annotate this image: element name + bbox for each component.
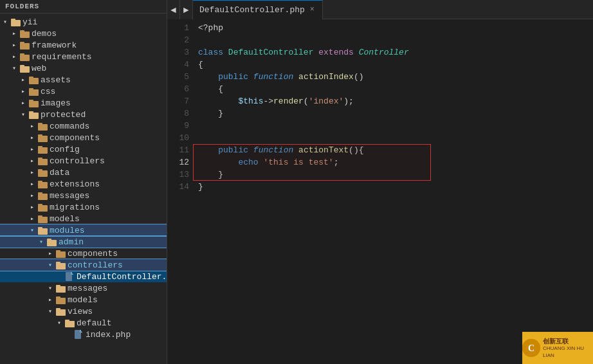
sidebar-item-controllers[interactable]: controllers xyxy=(0,155,167,167)
code-line-14: } xyxy=(198,181,593,193)
token-5 xyxy=(248,72,253,82)
sidebar-item-extensions[interactable]: extensions xyxy=(0,178,167,190)
folder-icon-demos xyxy=(19,29,30,38)
token-5: actionIndex xyxy=(298,72,354,82)
folder-icon-default xyxy=(64,318,75,327)
sidebar-item-index.php[interactable]: index.php xyxy=(0,329,167,340)
sidebar-item-data[interactable]: data xyxy=(0,167,167,178)
tree-arrow-models xyxy=(27,214,37,224)
svg-rect-25 xyxy=(38,158,42,159)
token-7: ( xyxy=(304,96,309,106)
tree-arrow-components xyxy=(27,132,37,143)
token-3: DefaultController xyxy=(228,48,314,57)
svg-rect-30 xyxy=(38,194,48,200)
tab-close-button[interactable]: × xyxy=(309,5,316,15)
svg-rect-24 xyxy=(38,159,48,165)
tree-arrow-assets xyxy=(18,75,28,85)
token-11: (){ xyxy=(349,145,363,155)
svg-rect-2 xyxy=(20,32,30,38)
sidebar-item-admin-components[interactable]: components xyxy=(0,248,167,259)
sidebar-item-DefaultController.php[interactable]: DefaultController.php xyxy=(0,271,167,282)
token-8: } xyxy=(198,109,223,118)
token-11: function xyxy=(253,145,293,155)
svg-rect-35 xyxy=(38,215,42,217)
sidebar-item-admin-controllers[interactable]: controllers xyxy=(0,259,167,271)
sidebar-item-demos[interactable]: demos xyxy=(0,28,167,39)
sidebar-item-config[interactable]: config xyxy=(0,143,167,155)
sidebar-item-messages[interactable]: messages xyxy=(0,190,167,201)
tree-arrow-config xyxy=(27,144,37,154)
watermark-logo: C xyxy=(522,339,540,357)
line-number-6: 6 xyxy=(167,83,189,95)
tree-arrow-extensions xyxy=(27,179,37,189)
tree-label-messages: messages xyxy=(50,191,89,201)
line-number-3: 3 xyxy=(167,46,189,59)
tree-arrow-framework xyxy=(9,40,19,50)
tree-label-css: css xyxy=(41,87,55,96)
svg-rect-29 xyxy=(38,181,42,183)
sidebar-item-framework[interactable]: framework xyxy=(0,39,167,51)
sidebar-item-protected[interactable]: protected xyxy=(0,109,167,120)
sidebar-item-admin-views[interactable]: views xyxy=(0,305,167,317)
svg-rect-51 xyxy=(56,308,60,310)
sidebar-item-css[interactable]: css xyxy=(0,86,167,97)
code-area[interactable]: <?php class DefaultController extends Co… xyxy=(193,19,593,364)
sidebar-item-default[interactable]: default xyxy=(0,317,167,329)
line-number-11: 11 xyxy=(167,144,189,156)
sidebar-item-modules[interactable]: modules xyxy=(0,224,167,236)
code-line-5: public function actionIndex() xyxy=(198,71,593,83)
svg-rect-39 xyxy=(47,239,51,241)
tab-nav-prev[interactable]: ◄ xyxy=(167,0,180,19)
folder-icon-requirements xyxy=(19,52,30,61)
tree-label-migrations: migrations xyxy=(50,203,100,212)
sidebar-item-requirements[interactable]: requirements xyxy=(0,51,167,62)
line-number-7: 7 xyxy=(167,95,189,107)
sidebar-item-models[interactable]: models xyxy=(0,213,167,224)
sidebar-item-assets[interactable]: assets xyxy=(0,74,167,86)
file-icon-index.php xyxy=(73,330,84,339)
sidebar-item-admin-messages[interactable]: messages xyxy=(0,282,167,294)
tree-label-framework: framework xyxy=(32,41,77,50)
token-7: ); xyxy=(343,96,354,106)
tree-arrow-yii xyxy=(0,17,10,27)
sidebar-item-web[interactable]: web xyxy=(0,62,167,74)
sidebar-item-admin[interactable]: admin xyxy=(0,236,167,248)
sidebar-item-yii[interactable]: yii xyxy=(0,16,167,28)
tab-nav-next[interactable]: ► xyxy=(180,0,193,19)
folder-icon-modules xyxy=(37,226,48,235)
svg-rect-13 xyxy=(29,88,33,90)
svg-rect-50 xyxy=(56,309,66,316)
token-11 xyxy=(293,145,298,155)
sidebar-item-commands[interactable]: commands xyxy=(0,120,167,132)
token-5: () xyxy=(354,72,364,82)
svg-rect-0 xyxy=(11,20,21,26)
sidebar-item-components[interactable]: components xyxy=(0,132,167,143)
editor-tab[interactable]: DefaultController.php × xyxy=(193,0,323,19)
token-11 xyxy=(198,145,218,155)
tree-arrow-DefaultController.php xyxy=(54,271,64,282)
code-line-4: { xyxy=(198,59,593,71)
sidebar-item-migrations[interactable]: migrations xyxy=(0,201,167,213)
tree-arrow-admin-components xyxy=(45,248,55,259)
tree-arrow-admin xyxy=(36,237,46,247)
line-number-1: 1 xyxy=(167,22,189,34)
tree-label-protected: protected xyxy=(41,110,86,120)
token-13: } xyxy=(198,170,223,179)
tree-label-controllers: controllers xyxy=(50,156,105,166)
tree-label-modules: modules xyxy=(50,226,85,235)
token-3: class xyxy=(198,48,223,57)
svg-rect-43 xyxy=(56,262,60,264)
token-4: { xyxy=(198,60,203,69)
folder-icon-yii xyxy=(10,17,21,26)
sidebar-item-images[interactable]: images xyxy=(0,97,167,109)
sidebar-item-admin-models[interactable]: models xyxy=(0,294,167,305)
token-11: actionText xyxy=(298,145,349,155)
svg-rect-33 xyxy=(38,204,42,206)
folder-icon-messages xyxy=(37,191,48,200)
code-line-2 xyxy=(198,34,593,46)
editor-area: ◄ ► DefaultController.php × 123456789101… xyxy=(167,0,593,364)
tree-label-admin-messages: messages xyxy=(68,284,107,293)
token-12 xyxy=(198,158,238,167)
sidebar-tree[interactable]: yii demos framework requirements web ass… xyxy=(0,14,167,364)
svg-rect-8 xyxy=(20,66,30,73)
